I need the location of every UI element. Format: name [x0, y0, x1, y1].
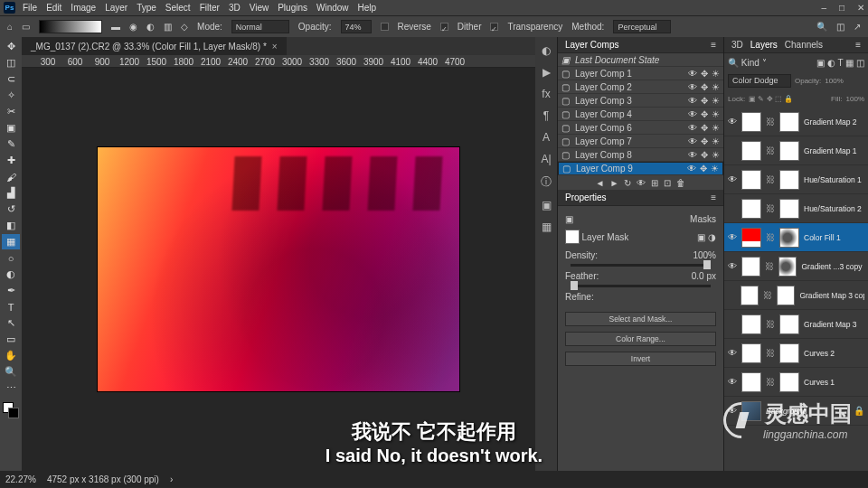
feather-value[interactable]: 0.0 px: [692, 271, 716, 281]
workspace-icon[interactable]: ◫: [836, 22, 844, 32]
tab-3d[interactable]: 3D: [731, 40, 743, 50]
menu-type[interactable]: Type: [137, 3, 156, 13]
layer-row[interactable]: 👁⛓Gradient ...3 copy 2: [724, 252, 868, 281]
invert-button[interactable]: Invert: [565, 352, 716, 366]
tab-layers[interactable]: Layers: [750, 40, 778, 50]
layer-row[interactable]: ⛓Gradient Map 3 copy: [724, 281, 868, 310]
layer-row[interactable]: 👁Background🔒: [724, 397, 868, 426]
path-tool[interactable]: ↖: [2, 315, 20, 331]
paragraph-icon[interactable]: ¶: [543, 109, 549, 122]
frame-tool[interactable]: ▣: [2, 120, 20, 136]
layer-comp-row[interactable]: ▢Layer Comp 8👁✥☀: [558, 148, 723, 162]
layer-mask-thumb[interactable]: [565, 230, 580, 244]
eraser-tool[interactable]: ◧: [2, 218, 20, 233]
menu-items[interactable]: File Edit Image Layer Type Select Filter…: [23, 3, 376, 13]
canvas[interactable]: [22, 68, 535, 471]
menu-view[interactable]: View: [250, 3, 269, 13]
opacity-input[interactable]: 74%: [341, 20, 372, 33]
blur-tool[interactable]: ○: [2, 250, 20, 266]
panel-menu-icon[interactable]: ≡: [711, 192, 716, 202]
menu-filter[interactable]: Filter: [200, 3, 220, 13]
lock-icons[interactable]: ▣ ✎ ✥ ⬚ 🔒: [749, 95, 793, 103]
menu-window[interactable]: Window: [316, 3, 349, 13]
menu-plugins[interactable]: Plugins: [278, 3, 307, 13]
select-and-mask-button[interactable]: Select and Mask...: [565, 312, 716, 326]
blend-select[interactable]: Color Dodge: [728, 74, 791, 88]
filter-icons[interactable]: ▣ ◐ T ▦ ◫: [816, 58, 864, 68]
glyphs-icon[interactable]: A|: [541, 153, 551, 165]
opacity-value[interactable]: 100%: [825, 77, 843, 85]
zoom-tool[interactable]: 🔍: [2, 364, 20, 380]
layer-comp-row[interactable]: ▢Layer Comp 9👁✥☀: [558, 162, 723, 175]
home-icon[interactable]: ⌂: [7, 22, 13, 32]
menu-file[interactable]: File: [23, 3, 37, 13]
gradient-type-reflected[interactable]: ▥: [164, 22, 172, 32]
close-tab-icon[interactable]: ×: [272, 42, 278, 52]
clone-icon[interactable]: ▣: [542, 199, 552, 211]
transparency-checkbox[interactable]: [490, 23, 498, 31]
history-brush-tool[interactable]: ↺: [2, 202, 20, 217]
layer-row[interactable]: 👁⛓Curves 2: [724, 339, 868, 368]
dodge-tool[interactable]: ◐: [2, 267, 20, 282]
blend-mode-select[interactable]: Normal: [231, 20, 289, 33]
gradient-preset[interactable]: [39, 20, 102, 33]
layer-row[interactable]: 👁⛓Hue/Saturation 1: [724, 165, 868, 194]
lc-update[interactable]: ↻: [624, 178, 631, 188]
shape-tool[interactable]: ▭: [2, 332, 20, 347]
marquee-tool[interactable]: ◫: [2, 55, 20, 70]
dither-checkbox[interactable]: [440, 23, 448, 31]
status-chevron-icon[interactable]: ›: [170, 474, 173, 484]
crop-tool[interactable]: ✂: [2, 104, 20, 119]
layer-comp-row[interactable]: ▢Layer Comp 1👁✥☀: [558, 67, 723, 80]
lc-vis[interactable]: 👁: [637, 178, 646, 188]
zoom-level[interactable]: 22.27%: [5, 474, 36, 484]
heal-tool[interactable]: ✚: [2, 153, 20, 168]
styles-icon[interactable]: fx: [542, 88, 550, 100]
tab-channels[interactable]: Channels: [785, 40, 823, 50]
layer-row[interactable]: ⛓Gradient Map 1: [724, 136, 868, 165]
properties-tab[interactable]: Properties≡: [558, 190, 723, 206]
menu-layer[interactable]: Layer: [105, 3, 127, 13]
lc-pos[interactable]: ⊞: [651, 178, 658, 188]
color-range-button[interactable]: Color Range...: [565, 332, 716, 346]
layer-comps-tab[interactable]: Layer Comps≡: [558, 37, 723, 53]
density-slider[interactable]: [571, 264, 711, 267]
hand-tool[interactable]: ✋: [2, 348, 20, 363]
filter-kind[interactable]: 🔍 Kind ˅: [728, 58, 767, 68]
window-minimize[interactable]: –: [821, 3, 826, 13]
brush-tool[interactable]: 🖌: [2, 169, 20, 184]
layer-row[interactable]: 👁⛓Color Fill 1: [724, 223, 868, 252]
gradient-type-radial[interactable]: ◉: [129, 22, 137, 32]
gradient-tool[interactable]: ▦: [2, 234, 20, 249]
layer-comp-row[interactable]: ▢Layer Comp 2👁✥☀: [558, 80, 723, 94]
adjustments-icon[interactable]: ◐: [542, 44, 551, 57]
reverse-checkbox[interactable]: [381, 23, 389, 31]
layer-comp-last-state[interactable]: ▣Last Document State: [558, 53, 723, 67]
swatches-icon[interactable]: ▦: [542, 221, 552, 233]
menu-select[interactable]: Select: [165, 3, 191, 13]
character-icon[interactable]: A: [542, 131, 550, 144]
panel-menu-icon[interactable]: ≡: [855, 40, 861, 50]
stamp-tool[interactable]: ▟: [2, 185, 20, 201]
menu-3d[interactable]: 3D: [229, 3, 241, 13]
edit-toolbar[interactable]: ⋯: [2, 380, 20, 396]
menu-image[interactable]: Image: [71, 3, 96, 13]
gradient-type-linear[interactable]: ▬: [111, 22, 120, 32]
document-tab[interactable]: _MG_0137 (2).CR2 @ 33.3% (Color Fill 1, …: [22, 37, 287, 55]
lc-del[interactable]: 🗑: [676, 178, 685, 188]
fill-value[interactable]: 100%: [846, 95, 864, 103]
layer-comp-row[interactable]: ▢Layer Comp 7👁✥☀: [558, 135, 723, 148]
lc-next[interactable]: ►: [610, 178, 619, 188]
menu-edit[interactable]: Edit: [46, 3, 61, 13]
window-close[interactable]: ✕: [857, 3, 864, 13]
share-icon[interactable]: ↗: [854, 22, 861, 32]
layer-row[interactable]: ⛓Gradient Map 3: [724, 310, 868, 339]
gradient-type-angle[interactable]: ◐: [146, 22, 155, 32]
pen-tool[interactable]: ✒: [2, 283, 20, 298]
panel-menu-icon[interactable]: ≡: [711, 40, 716, 50]
layer-comp-row[interactable]: ▢Layer Comp 6👁✥☀: [558, 121, 723, 135]
info-icon[interactable]: ⓘ: [541, 174, 552, 190]
type-tool[interactable]: T: [2, 299, 20, 314]
feather-slider[interactable]: [571, 285, 711, 287]
lasso-tool[interactable]: ⊂: [2, 71, 20, 87]
